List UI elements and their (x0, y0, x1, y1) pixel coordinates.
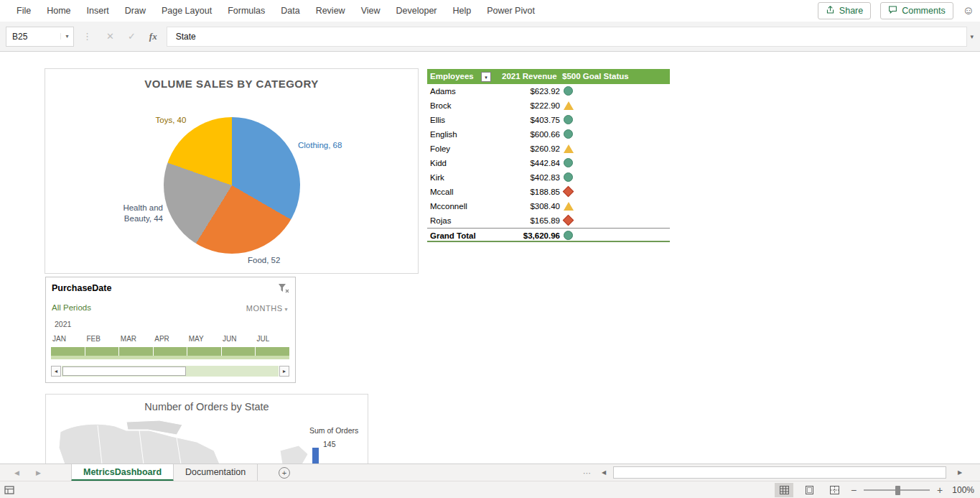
status-icon (564, 144, 574, 153)
us-map-graphic (55, 420, 313, 464)
timeline-month-bar[interactable] (222, 347, 256, 356)
insert-function-icon[interactable]: fx (149, 31, 157, 42)
cancel-entry-icon[interactable]: ✕ (106, 31, 114, 42)
employees-table: Employees ▾ 2021 Revenue $500 Goal Statu… (427, 69, 670, 242)
formula-input[interactable]: State (167, 27, 968, 47)
zoom-slider-thumb[interactable] (895, 486, 900, 495)
zoom-slider[interactable] (864, 483, 930, 497)
clear-filter-icon[interactable] (278, 283, 289, 294)
timeline-scroll-right-icon[interactable]: ▸ (279, 366, 289, 377)
sheet-tab-metricsdashboard[interactable]: MetricsDashboard (71, 464, 174, 481)
horizontal-scrollbar-thumb[interactable] (613, 466, 946, 479)
ribbon-tab-data[interactable]: Data (273, 0, 307, 22)
pie-label-food: Food, 52 (248, 255, 280, 266)
pie-chart-card[interactable]: VOLUME SALES BY CATEGORY Clothing, 68 Fo… (45, 68, 419, 274)
table-row[interactable]: Ellis $403.75 (427, 113, 670, 127)
orders-axis-label: Sum of Orders (309, 426, 358, 435)
orders-first-value: 145 (323, 440, 336, 448)
timeline-month-bar[interactable] (154, 347, 187, 356)
timeline-month-labels: JAN FEB MAR APR MAY JUN JUL (51, 335, 289, 345)
ribbon-tab-file[interactable]: File (9, 0, 39, 22)
tab-area-splitter-icon[interactable]: ⋯ (583, 464, 591, 481)
horizontal-scrollbar[interactable] (612, 466, 953, 479)
timeline-slicer[interactable]: PurchaseDate All Periods MONTHS▾ 2021 JA… (45, 277, 296, 383)
table-row[interactable]: Foley $260.92 (427, 142, 670, 156)
grand-total-row[interactable]: Grand Total $3,620.96 (427, 228, 670, 242)
comments-label: Comments (902, 6, 945, 16)
pie-graphic[interactable] (164, 117, 300, 254)
new-sheet-button[interactable]: + (279, 467, 290, 479)
hscroll-right-icon[interactable]: ▶ (958, 464, 962, 481)
table-row[interactable]: Kidd $442.84 (427, 156, 670, 170)
timeline-scroll-left-icon[interactable]: ◂ (51, 366, 61, 377)
zoom-level-label[interactable]: 100% (950, 485, 976, 495)
share-icon (826, 5, 835, 17)
orders-bar (312, 448, 319, 464)
ribbon-tab-home[interactable]: Home (39, 0, 78, 22)
sheet-tab-bar: ◀ ▶ MetricsDashboard Documentation + ⋯ ◀… (0, 464, 980, 481)
sheet-nav-prev-icon[interactable]: ◀ (14, 464, 19, 481)
ribbon-tab-developer[interactable]: Developer (388, 0, 445, 22)
status-icon (564, 129, 573, 139)
timeline-scroll-thumb[interactable] (62, 366, 186, 376)
zoom-out-button[interactable]: − (850, 483, 857, 497)
ribbon-tab-insert[interactable]: Insert (79, 0, 117, 22)
ribbon-tab-review[interactable]: Review (308, 0, 353, 22)
expand-formula-bar-icon[interactable]: ▾ (970, 33, 974, 40)
timeline-month-bar[interactable] (187, 347, 221, 356)
table-row[interactable]: Brock $222.90 (427, 98, 670, 113)
sheet-nav-next-icon[interactable]: ▶ (36, 464, 41, 481)
table-row[interactable]: Mccall $188.85 (427, 185, 670, 199)
orders-chart-title: Number of Orders by State (46, 401, 368, 412)
employees-table-header: Employees ▾ 2021 Revenue $500 Goal Statu… (427, 69, 670, 84)
timeline-month-label: MAR (119, 335, 153, 345)
confirm-entry-icon[interactable]: ✓ (128, 31, 136, 42)
table-row[interactable]: Adams $623.92 (427, 84, 670, 98)
timeline-scroll-track[interactable] (62, 366, 279, 377)
normal-view-button[interactable] (775, 483, 793, 497)
macro-record-icon[interactable] (4, 485, 14, 498)
header-employees: Employees (430, 69, 474, 84)
timeline-month-bar[interactable] (51, 347, 85, 356)
ribbon-tab-help[interactable]: Help (445, 0, 480, 22)
feedback-smiley-icon[interactable]: ☺ (963, 2, 974, 19)
page-break-view-button[interactable] (825, 483, 844, 497)
formula-bar-row: B25 ▾ ⋮ ✕ ✓ fx State ▾ (0, 22, 980, 52)
ribbon-tab-page-layout[interactable]: Page Layout (154, 0, 220, 22)
ribbon-tab-formulas[interactable]: Formulas (220, 0, 273, 22)
timeline-month-label: MAY (187, 335, 221, 345)
status-icon (564, 202, 574, 211)
name-box[interactable]: B25 ▾ (6, 27, 74, 47)
status-icon (563, 215, 574, 226)
sheet-canvas[interactable]: VOLUME SALES BY CATEGORY Clothing, 68 Fo… (0, 52, 980, 464)
share-button[interactable]: Share (818, 2, 871, 19)
status-bar: − + 100% (0, 481, 980, 498)
hscroll-left-icon[interactable]: ◀ (602, 464, 606, 481)
comments-button[interactable]: Comments (880, 2, 953, 19)
timeline-month-bar[interactable] (85, 347, 119, 356)
timeline-month-bar[interactable] (119, 347, 153, 356)
employees-filter-button[interactable]: ▾ (481, 72, 491, 82)
table-row[interactable]: Rojas $165.89 (427, 213, 670, 228)
zoom-in-button[interactable]: + (936, 483, 943, 497)
ribbon-tab-power-pivot[interactable]: Power Pivot (479, 0, 543, 22)
table-row[interactable]: Kirk $402.83 (427, 170, 670, 185)
status-icon (564, 115, 573, 124)
timeline-level-dropdown[interactable]: MONTHS▾ (246, 304, 288, 313)
status-icon (564, 86, 573, 96)
orders-chart-card[interactable]: Number of Orders by State Sum of Orders … (45, 394, 368, 464)
chevron-down-icon: ▾ (284, 306, 288, 313)
page-layout-view-button[interactable] (800, 483, 818, 497)
formula-bar-handle-icon: ⋮ (83, 31, 92, 42)
ribbon-tab-view[interactable]: View (353, 0, 388, 22)
table-row[interactable]: English $600.66 (427, 127, 670, 142)
name-box-dropdown-icon[interactable]: ▾ (60, 33, 73, 40)
formula-value: State (176, 32, 196, 42)
timeline-month-label: FEB (85, 335, 118, 345)
timeline-month-bar[interactable] (256, 347, 289, 356)
table-row[interactable]: Mcconnell $308.40 (427, 199, 670, 213)
timeline-month-label: JAN (51, 335, 85, 345)
ribbon-tab-draw[interactable]: Draw (117, 0, 154, 22)
comments-icon (888, 5, 897, 17)
sheet-tab-documentation[interactable]: Documentation (174, 464, 258, 481)
